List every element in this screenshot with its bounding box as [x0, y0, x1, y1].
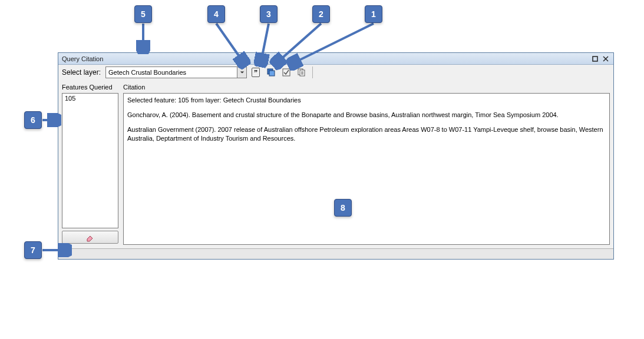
copy-all-button[interactable]	[295, 66, 308, 79]
select-layer-dropdown[interactable]: Getech Crustal Boundaries	[105, 67, 247, 78]
clear-list-button[interactable]	[62, 231, 118, 244]
copy-citation-button[interactable]	[265, 66, 278, 79]
citation-line: Australian Government (2007). 2007 relea…	[127, 125, 606, 143]
callout-3: 3	[260, 5, 278, 23]
toolbar: Select layer: Getech Crustal Boundaries …	[58, 65, 613, 80]
eraser-icon	[85, 232, 95, 242]
svg-rect-11	[269, 71, 275, 76]
citation-line: Selected feature: 105 from layer: Getech…	[127, 96, 606, 105]
chevron-down-icon[interactable]	[237, 67, 246, 78]
quote-citation-button[interactable]: ”	[249, 66, 262, 79]
svg-rect-12	[283, 69, 290, 76]
callout-7: 7	[24, 241, 42, 259]
copy-pages-icon	[297, 68, 306, 77]
window-title: Query Citation	[62, 55, 103, 62]
svg-rect-7	[593, 56, 597, 61]
maximize-button[interactable]	[591, 55, 599, 63]
callout-1: 1	[365, 5, 382, 23]
select-feature-button[interactable]	[280, 66, 293, 79]
titlebar[interactable]: Query Citation	[58, 53, 613, 65]
callout-8: 8	[334, 199, 352, 217]
copy-overlapping-icon	[266, 68, 276, 77]
select-layer-value: Getech Crustal Boundaries	[106, 69, 237, 76]
features-queried-list[interactable]: 105	[62, 93, 118, 228]
query-citation-dialog: Query Citation Select layer: Getech Crus…	[58, 52, 614, 260]
callout-5: 5	[134, 5, 152, 23]
select-by-rect-icon	[282, 68, 291, 77]
callout-2: 2	[312, 5, 330, 23]
close-button[interactable]	[602, 55, 610, 63]
citation-line: Goncharov, A. (2004). Basement and crust…	[127, 111, 606, 119]
features-queried-label: Features Queried	[62, 84, 118, 91]
list-item[interactable]: 105	[65, 95, 115, 102]
callout-4: 4	[207, 5, 225, 23]
citation-text-area[interactable]: Selected feature: 105 from layer: Getech…	[123, 93, 610, 245]
callout-6: 6	[24, 111, 42, 129]
status-bar	[58, 248, 613, 259]
select-layer-label: Select layer:	[62, 68, 101, 77]
quote-icon: ”	[252, 68, 260, 77]
citation-label: Citation	[123, 84, 610, 91]
